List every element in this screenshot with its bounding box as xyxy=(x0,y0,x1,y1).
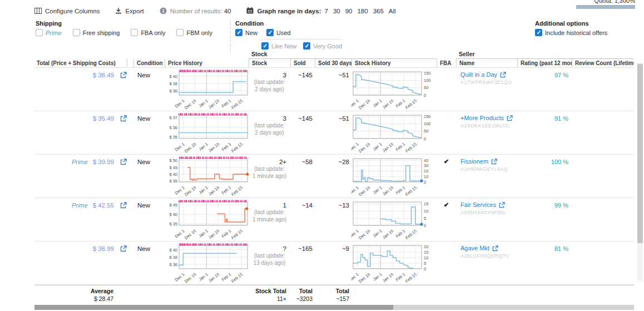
checkbox-box[interactable] xyxy=(235,29,242,36)
checkbox-box[interactable] xyxy=(266,29,274,36)
external-link-icon[interactable] xyxy=(499,202,505,208)
svg-text:Feb 1: Feb 1 xyxy=(395,185,407,195)
svg-text:Jan 1: Jan 1 xyxy=(197,185,209,195)
total-price-cell: $ 38.49 xyxy=(34,68,127,111)
svg-text:15: 15 xyxy=(424,201,428,206)
external-link-icon[interactable] xyxy=(120,72,127,78)
seller-name-link[interactable]: Agave Mkt xyxy=(460,245,489,251)
condition-filter-group: Condition New Used Like New Very Good xyxy=(230,20,342,52)
footer-sold-total: Total ~3203 xyxy=(290,287,315,303)
seller-cell: Agave Mkt A36LCFH0QKRQ7V xyxy=(456,241,517,284)
stock-total-value: 11+ xyxy=(249,295,286,303)
svg-text:Feb 15: Feb 15 xyxy=(404,185,418,196)
external-link-icon[interactable] xyxy=(492,245,498,251)
checkbox-box[interactable] xyxy=(131,29,138,36)
checkbox-box[interactable] xyxy=(176,29,184,36)
svg-text:Jan 1: Jan 1 xyxy=(197,271,209,282)
svg-text:Feb 15: Feb 15 xyxy=(404,141,418,153)
export-button[interactable]: Export xyxy=(115,7,143,15)
checkbox-include-historical[interactable]: Include historical offers xyxy=(535,29,607,36)
checkbox-used[interactable]: Used xyxy=(266,29,291,36)
last-update-line: (last update: xyxy=(249,209,290,216)
group-header-row: Stock Seller xyxy=(34,51,634,59)
checkbox-fba-only[interactable]: FBA only xyxy=(131,29,165,36)
sold-value: ~14 xyxy=(290,198,315,241)
checkbox-box[interactable] xyxy=(36,29,43,36)
vertical-scrollbar[interactable] xyxy=(637,63,643,281)
configure-columns-button[interactable]: Configure Columns xyxy=(34,8,100,15)
svg-text:Jan 16: Jan 16 xyxy=(382,141,394,153)
seller-name-link[interactable]: Fissionem xyxy=(460,158,488,165)
range-7[interactable]: 7 xyxy=(324,8,328,14)
checkbox-like-new[interactable]: Like New xyxy=(261,42,296,50)
checkbox-new[interactable]: New xyxy=(235,29,257,36)
svg-text:5: 5 xyxy=(424,216,426,221)
external-link-icon[interactable] xyxy=(507,115,513,121)
checkbox-box[interactable] xyxy=(73,29,80,36)
sold-30-total-value: ~157 xyxy=(315,295,349,303)
svg-text:Jan 1: Jan 1 xyxy=(197,141,209,151)
vertical-scrollbar-thumb[interactable] xyxy=(637,64,643,243)
last-update-line: (last update: xyxy=(249,165,290,172)
condition-value: New xyxy=(133,198,165,241)
external-link-icon[interactable] xyxy=(491,159,497,165)
range-90[interactable]: 90 xyxy=(345,8,353,14)
header-stock: Stock xyxy=(249,59,290,67)
checkbox-prime[interactable]: Prime xyxy=(36,29,62,36)
svg-text:Dec 16: Dec 16 xyxy=(184,185,197,197)
svg-text:Jan 16: Jan 16 xyxy=(207,185,220,196)
horizontal-scrollbar-thumb[interactable] xyxy=(34,305,393,310)
checkbox-free-shipping[interactable]: Free shipping xyxy=(73,29,120,36)
export-label: Export xyxy=(125,8,143,14)
range-365[interactable]: 365 xyxy=(373,8,384,14)
header-fba: FBA xyxy=(437,59,456,67)
external-link-icon[interactable] xyxy=(500,72,506,78)
external-link-icon[interactable] xyxy=(120,202,127,209)
seller-cell: +More Products A2XDKK1EE1WLVC xyxy=(456,111,517,154)
stock-history-chart: 151050Dec 1Dec 16Jan 1Jan 16Feb 1Feb 15 xyxy=(351,198,437,241)
seller-name-link[interactable]: Fair Services xyxy=(460,201,496,208)
seller-name-link[interactable]: Quilt in a Day xyxy=(460,71,497,78)
checkbox-box[interactable] xyxy=(535,29,542,36)
svg-text:Feb 15: Feb 15 xyxy=(230,98,244,110)
external-link-icon[interactable] xyxy=(120,115,127,122)
table-row: Prime $ 42.55 New $ 45$ 40$ 35Dec 1Dec 1… xyxy=(34,198,634,241)
checkbox-box[interactable] xyxy=(261,42,269,50)
svg-text:Jan 16: Jan 16 xyxy=(207,98,220,110)
svg-text:Feb 1: Feb 1 xyxy=(221,141,232,152)
seller-cell: Fair Services A835H34OYNFBN xyxy=(456,198,517,241)
svg-text:30: 30 xyxy=(424,163,428,168)
sold-value: ~145 xyxy=(290,111,315,154)
svg-text:Dec 16: Dec 16 xyxy=(358,271,371,284)
stock-history-chart: 20151050Dec 1Dec 16Jan 1Jan 16Feb 1Feb 1… xyxy=(351,241,437,284)
checkbox-very-good[interactable]: Very Good xyxy=(303,42,342,50)
additional-options-group: Additional options Include historical of… xyxy=(535,20,607,36)
seller-name-link[interactable]: +More Products xyxy=(460,115,504,121)
external-link-icon[interactable] xyxy=(120,159,127,165)
svg-text:Dec 16: Dec 16 xyxy=(358,98,371,110)
filter-bar: Shipping Prime Free shipping FBA only FB… xyxy=(34,20,634,49)
sold-30-value: ~51 xyxy=(315,111,351,154)
svg-text:$ 40: $ 40 xyxy=(169,248,177,253)
fba-check xyxy=(437,111,456,154)
range-180[interactable]: 180 xyxy=(357,8,368,14)
header-sold-30-days[interactable]: Sold 30 days ↓↑ xyxy=(315,59,351,67)
svg-text:Dec 16: Dec 16 xyxy=(358,228,371,240)
fba-check: ✔ xyxy=(437,198,456,241)
seller-group-header: Seller xyxy=(456,51,634,59)
range-all[interactable]: All xyxy=(389,8,396,14)
last-update-line: (last update: xyxy=(249,252,290,259)
results-value: 40 xyxy=(224,8,231,14)
svg-text:Jan 16: Jan 16 xyxy=(207,271,220,283)
svg-text:Jan 1: Jan 1 xyxy=(371,98,383,108)
checkbox-box[interactable] xyxy=(303,42,310,50)
checkbox-fbm-only[interactable]: FBM only xyxy=(176,29,212,36)
shipping-filter-group: Shipping Prime Free shipping FBA only FB… xyxy=(36,20,212,36)
svg-text:Feb 1: Feb 1 xyxy=(395,98,407,108)
horizontal-scrollbar[interactable] xyxy=(34,305,634,310)
range-30[interactable]: 30 xyxy=(333,8,340,14)
seller-id: A835H34OYNFBN xyxy=(460,210,517,215)
external-link-icon[interactable] xyxy=(120,245,127,252)
separator-cell xyxy=(127,241,133,284)
svg-text:Dec 16: Dec 16 xyxy=(184,141,197,154)
